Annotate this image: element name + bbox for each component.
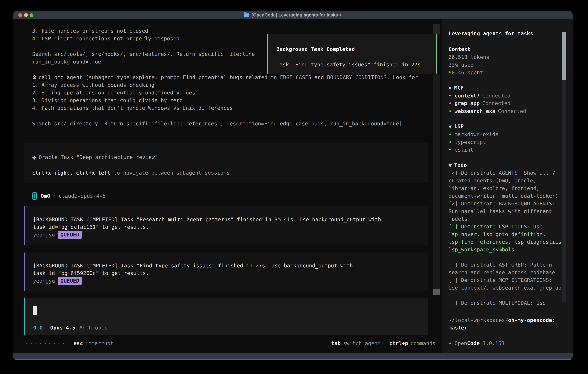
terminal-line: 4. Path operations that don't handle Win… [32,104,233,112]
todo-item-active: [ ] Demonstrate LSP TOOLS: Use lsp_hover… [449,223,567,253]
input-agent-label[interactable]: OmO [33,324,43,332]
status-badge: QUEUED [58,231,82,239]
tab-key-label: switch agent [343,339,380,347]
input-model-label[interactable]: Opus 4.5 [50,324,75,332]
lsp-item: •eslint [449,146,567,154]
zoom-button[interactable] [30,13,33,17]
app-version: •OpenCode1.0.163 [449,339,567,347]
terminal-line: 4. LSP client connections not properly d… [32,35,179,42]
terminal-line: 1. Array access without bounds checking [32,81,154,89]
tab-key-hint[interactable]: tab [331,339,341,347]
chevron-down-icon: ▼ [449,124,452,129]
mcp-item: •grep_appConnected [449,99,567,107]
task-message-line1: [BACKGROUND TASK COMPLETED] Task "Resear… [33,216,381,223]
window-title: [OpenCode] Leveraging agents for tasks ◐ [252,12,342,18]
todo-list: [✓] Demonstrate AGENTS: Show all 7 curat… [449,169,567,307]
lsp-item: •typescript [449,138,567,146]
prompt-input[interactable]: OmO Opus 4.5 Anthropic [24,298,428,335]
terminal-line: Search src/ directory. Return specific f… [32,120,402,127]
session-title: Leveraging agents for tasks [449,30,567,37]
workspace-path: ~/local-workspaces/oh-my-opencode: [449,316,567,324]
background-task-toast: Background Task Completed Task "Find typ… [267,34,437,74]
status-dot-icon: • [449,131,452,137]
agent-model: claude-opus-4-5 [59,192,106,200]
terminal-line: run_in_background=true] [32,58,104,65]
toast-title: Background Task Completed [276,45,355,53]
task-message-line2: task_id="bg_6f59260c" to get results. [33,269,149,277]
status-dot-icon: • [449,100,452,106]
record-icon: ◉ [32,154,37,160]
task-message-line1: [BACKGROUND TASK COMPLETED] Task "Find t… [33,262,353,270]
task-message[interactable]: [BACKGROUND TASK COMPLETED] Task "Find t… [24,252,428,291]
mcp-section-header[interactable]: ▼MCP [449,84,567,92]
task-user: yeongyu [33,231,55,239]
status-dot-icon: • [449,93,452,99]
todo-item-pending: [ ] Demonstrate MCP INTEGRATIONS: Use co… [449,276,567,291]
task-user: yeongyu [33,277,55,285]
session-sidebar: Leveraging agents for tasks Context 66,5… [442,19,573,353]
tool-call-text: call_omo_agent [subagent_type=explore, p… [39,74,418,80]
terminal-line: 2. String operations on potentially unde… [32,89,195,96]
window-bottom-chrome [13,353,573,360]
titlebar[interactable]: [OpenCode] Leveraging agents for tasks ◐ [13,11,573,19]
minimize-button[interactable] [24,13,28,17]
chevron-down-icon: ▼ [449,86,452,91]
oracle-task-title: ◉Oracle Task "Deep architecture review" [32,153,158,161]
folder-icon [244,12,250,18]
mcp-item: •context7Connected [449,92,567,100]
subagent-nav-hint: ctrl+x right, ctrl+x left to navigate be… [32,169,230,177]
status-bar: ········· esc interrupt tab switch agent… [25,339,435,347]
scrollbar-thumb-top[interactable] [433,24,440,33]
terminal-line: 3. Division operations that could divide… [32,96,183,104]
status-dot-icon: • [449,340,452,346]
terminal-line: Search src/tools/, src/hooks/, src/featu… [32,50,255,58]
lsp-item: •markdown-oxide [449,130,567,138]
context-spent: $0.46 spent [449,69,567,76]
separator-dot: · [53,192,56,200]
tool-call-line: ⚙call_omo_agent [subagent_type=explore, … [32,73,418,81]
terminal-line: 3. File handles or streams not closed [32,27,148,35]
model-row: OmO Opus 4.5 Anthropic [33,324,108,332]
toast-body: Task "Find type safety issues" finished … [276,61,424,68]
chevron-down-icon: ▼ [449,163,452,168]
gear-icon: ⚙ [32,74,37,80]
sidebar-scrollbar-thumb[interactable] [562,32,566,80]
close-button[interactable] [18,13,22,17]
status-dot-icon: • [449,108,452,114]
scrollbar-track[interactable] [433,75,440,295]
traffic-lights [18,13,33,17]
agent-name: OmO [41,192,50,200]
context-tokens: 66,518 tokens [449,53,567,61]
todo-item-pending: [ ] Demonstrate MULTIMODAL: Use [449,299,567,307]
task-message-meta: yeongyu QUEUED [33,277,82,285]
todo-section-header[interactable]: ▼Todo [449,161,567,169]
task-message-meta: yeongyu QUEUED [33,231,82,239]
status-dot-icon: • [449,139,452,145]
esc-key-hint[interactable]: esc [74,339,83,347]
todo-item-done: [✓] Demonstrate AGENTS: Show all 7 curat… [449,169,567,200]
agent-icon [32,192,37,200]
task-message-line2: task_id="bg_dcfac161" to get results. [33,223,149,231]
lsp-section-header[interactable]: ▼LSP [449,123,567,131]
status-dot-icon: • [449,147,452,153]
scrollbar-thumb[interactable] [433,289,440,295]
opencode-window: [OpenCode] Leveraging agents for tasks ◐… [13,11,573,360]
agent-header: OmO · claude-opus-4-5 [32,192,106,200]
activity-dots-icon: ········· [25,339,67,347]
main-session-pane: 3. File handles or streams not closed 4.… [13,19,442,353]
context-used: 33% used [449,61,567,69]
task-message[interactable]: [BACKGROUND TASK COMPLETED] Task "Resear… [24,206,428,245]
ctrlp-key-label: commands [410,339,435,347]
git-branch: master [449,324,567,332]
ctrlp-key-hint[interactable]: ctrl+p [389,339,408,347]
esc-key-label: interrupt [85,339,114,347]
input-provider-label: Anthropic [79,324,107,332]
mcp-item: •websearch_exaConnected [449,107,567,115]
terminal-content: 3. File handles or streams not closed 4.… [13,19,573,353]
oracle-task-box[interactable]: ◉Oracle Task "Deep architecture review" … [24,143,428,183]
status-badge: QUEUED [58,277,82,285]
context-heading: Context [449,45,567,53]
todo-item-done: [✓] Demonstrate BACKGROUND AGENTS: Run p… [449,200,567,223]
todo-item-pending: [ ] Demonstrate AST-GREP: Pattern search… [449,261,567,276]
text-cursor [33,306,37,315]
